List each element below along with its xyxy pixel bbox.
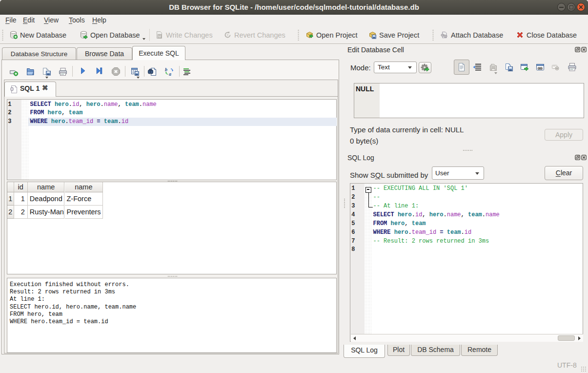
svg-text:b: b [165,67,167,72]
svg-text:a: a [169,71,171,77]
